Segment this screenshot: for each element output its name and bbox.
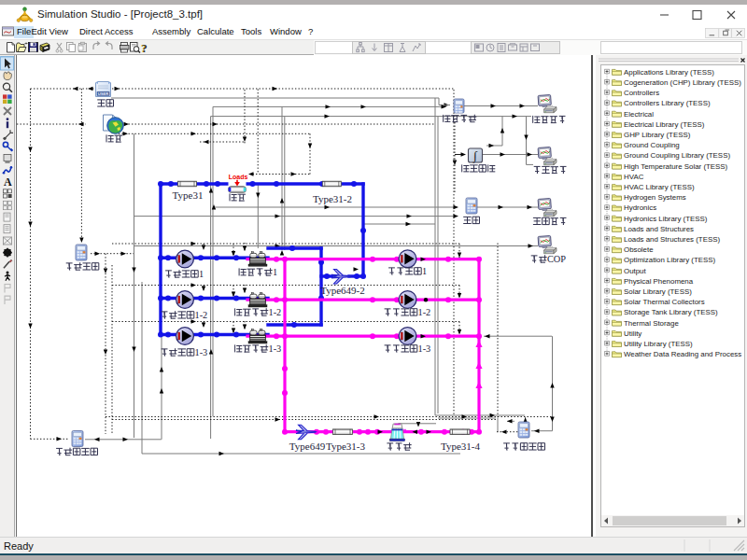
svg-text:Solar Thermal Collectors: Solar Thermal Collectors	[624, 298, 705, 306]
svg-text:COP: COP	[547, 254, 566, 264]
svg-text:GHP Library (TESS): GHP Library (TESS)	[624, 131, 691, 139]
svg-text:Hydrogen Systems: Hydrogen Systems	[624, 193, 686, 202]
svg-text:1-2: 1-2	[195, 310, 208, 320]
svg-text:?: ?	[142, 42, 148, 55]
svg-text:Type649-2: Type649-2	[320, 285, 365, 296]
svg-text:1: 1	[199, 269, 204, 279]
svg-text:Ground Coupling: Ground Coupling	[624, 141, 680, 149]
svg-text:A: A	[4, 175, 12, 189]
svg-text:1-3: 1-3	[195, 347, 208, 357]
svg-text:Type31-3: Type31-3	[326, 441, 365, 452]
svg-text:Obsolete: Obsolete	[624, 245, 654, 254]
svg-text:HVAC: HVAC	[624, 173, 644, 181]
svg-text:Type649: Type649	[289, 441, 326, 452]
svg-text:Thermal Storage: Thermal Storage	[624, 319, 679, 328]
svg-text:Output: Output	[624, 267, 646, 275]
svg-text:Loads and Structures (TESS): Loads and Structures (TESS)	[624, 235, 720, 244]
svg-text:Utility Library (TESS): Utility Library (TESS)	[624, 340, 693, 348]
svg-text:Ground Coupling Library (TESS): Ground Coupling Library (TESS)	[624, 151, 730, 160]
svg-text:Applications Library (TESS): Applications Library (TESS)	[624, 68, 714, 77]
svg-text:Type31-2: Type31-2	[313, 193, 352, 204]
svg-text:Loads and Structures: Loads and Structures	[624, 225, 694, 233]
svg-text:Solar Library (TESS): Solar Library (TESS)	[624, 287, 692, 296]
svg-text:1: 1	[422, 266, 427, 276]
svg-text:Loads: Loads	[229, 174, 248, 180]
svg-text:Physical Phenomena: Physical Phenomena	[624, 277, 694, 286]
svg-text:High Temperature Solar (TESS): High Temperature Solar (TESS)	[624, 162, 728, 171]
svg-text:Optimization Library (TESS): Optimization Library (TESS)	[624, 256, 716, 264]
svg-text:Weather Data Reading and Proce: Weather Data Reading and Process	[624, 350, 741, 358]
svg-text:Type31-4: Type31-4	[441, 441, 480, 452]
svg-text:USER: USER	[98, 91, 109, 96]
svg-text:1-2: 1-2	[269, 307, 282, 317]
svg-text:1: 1	[273, 267, 277, 277]
svg-text:Cogeneration (CHP) Library (TE: Cogeneration (CHP) Library (TESS)	[624, 78, 741, 87]
svg-text:Storage Tank Library (TESS): Storage Tank Library (TESS)	[624, 308, 718, 316]
svg-text:Hydronics Library (TESS): Hydronics Library (TESS)	[624, 215, 708, 223]
svg-text:Electrical Library (TESS): Electrical Library (TESS)	[624, 120, 705, 129]
svg-text:Type31: Type31	[173, 189, 204, 201]
svg-text:Controllers Library (TESS): Controllers Library (TESS)	[624, 99, 711, 107]
svg-text:1-3: 1-3	[418, 343, 431, 354]
svg-text:1-2: 1-2	[418, 307, 431, 317]
svg-text:Hydronics: Hydronics	[624, 203, 656, 212]
svg-text:1-3: 1-3	[269, 343, 282, 354]
svg-text:HVAC Library (TESS): HVAC Library (TESS)	[624, 183, 695, 191]
svg-text:Controllers: Controllers	[624, 89, 659, 97]
svg-text:Electrical: Electrical	[624, 110, 654, 119]
svg-text:Utility: Utility	[624, 329, 641, 338]
